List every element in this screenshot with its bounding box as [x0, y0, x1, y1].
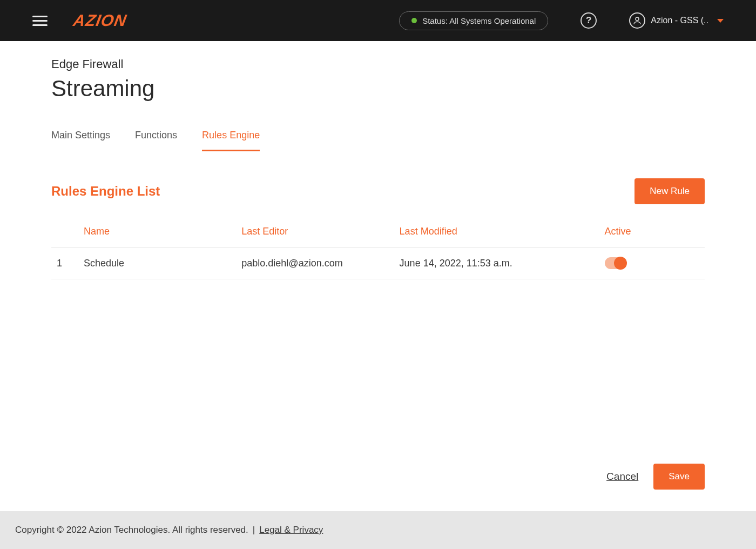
- cell-last-modified: June 14, 2022, 11:53 a.m.: [400, 258, 605, 269]
- status-text: Status: All Systems Operational: [422, 16, 536, 25]
- cell-name: Schedule: [84, 258, 241, 269]
- rules-table: Name Last Editor Last Modified Active 1 …: [51, 216, 705, 279]
- col-last-editor[interactable]: Last Editor: [241, 226, 399, 237]
- status-pill[interactable]: Status: All Systems Operational: [399, 11, 548, 30]
- tab-main-settings[interactable]: Main Settings: [51, 126, 110, 151]
- action-bar: Cancel Save: [0, 464, 756, 511]
- tab-rules-engine[interactable]: Rules Engine: [202, 126, 260, 151]
- section-title: Rules Engine List: [51, 184, 160, 199]
- cell-active: [605, 257, 699, 269]
- table-header: Name Last Editor Last Modified Active: [51, 216, 705, 247]
- account-label: Azion - GSS (..: [651, 16, 708, 25]
- section-header: Rules Engine List New Rule: [51, 178, 705, 204]
- col-name[interactable]: Name: [84, 226, 241, 237]
- tabs: Main Settings Functions Rules Engine: [51, 126, 705, 151]
- svg-point-0: [636, 17, 639, 21]
- help-icon[interactable]: ?: [580, 12, 597, 29]
- footer-copyright: Copyright © 2022 Azion Technologies. All…: [15, 525, 248, 535]
- main-content: Edge Firewall Streaming Main Settings Fu…: [0, 41, 756, 464]
- col-active[interactable]: Active: [605, 226, 699, 237]
- avatar-icon: [629, 12, 645, 29]
- col-last-modified[interactable]: Last Modified: [400, 226, 605, 237]
- cell-index: 1: [57, 258, 84, 269]
- new-rule-button[interactable]: New Rule: [634, 178, 705, 204]
- table-row[interactable]: 1 Schedule pablo.diehl@azion.com June 14…: [51, 247, 705, 279]
- menu-icon[interactable]: [32, 13, 48, 28]
- footer-legal-link[interactable]: Legal & Privacy: [259, 525, 323, 535]
- page-title: Streaming: [51, 76, 705, 102]
- account-menu[interactable]: Azion - GSS (..: [629, 12, 724, 29]
- cell-last-editor: pablo.diehl@azion.com: [241, 258, 399, 269]
- logo[interactable]: AZION: [72, 11, 128, 30]
- cancel-button[interactable]: Cancel: [606, 471, 638, 483]
- top-bar: AZION Status: All Systems Operational ? …: [0, 0, 756, 41]
- tab-functions[interactable]: Functions: [135, 126, 177, 151]
- save-button[interactable]: Save: [653, 464, 705, 490]
- status-dot-icon: [411, 18, 417, 23]
- footer: Copyright © 2022 Azion Technologies. All…: [0, 511, 756, 549]
- chevron-down-icon: [717, 19, 724, 23]
- toggle-knob-icon: [614, 257, 627, 270]
- active-toggle[interactable]: [605, 257, 626, 269]
- footer-separator: |: [253, 525, 255, 535]
- breadcrumb: Edge Firewall: [51, 57, 705, 71]
